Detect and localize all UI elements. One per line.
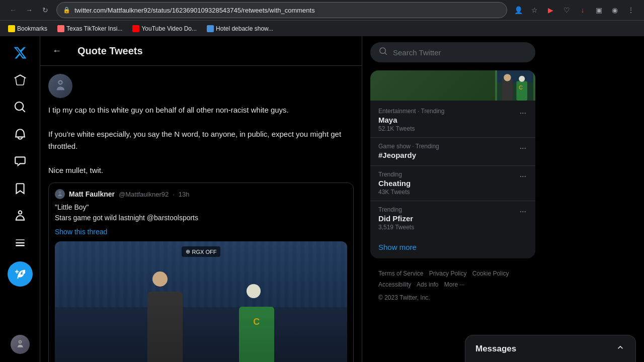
messages-bar[interactable]: Messages [465, 335, 636, 362]
sidebar-item-explore[interactable] [8, 95, 33, 120]
trending-more-button-1[interactable]: ··· [519, 143, 527, 154]
heart-browser-button[interactable]: ♡ [559, 3, 574, 17]
sidebar-item-messages[interactable] [8, 149, 33, 174]
quoted-timestamp: 13h [179, 191, 190, 198]
footer-ads-link[interactable]: Ads info [417, 281, 438, 288]
bookmark-bookmarks[interactable]: Bookmarks [4, 24, 51, 34]
footer-terms-link[interactable]: Terms of Service [378, 270, 423, 277]
sidebar [0, 36, 40, 362]
bookmark-tiktok-icon [57, 25, 64, 32]
page-title: Quote Tweets [77, 45, 143, 57]
avatar-image [48, 74, 72, 98]
svg-point-3 [504, 74, 511, 81]
bookmark-youtube-icon [132, 25, 139, 32]
footer-copyright: © 2023 Twitter, Inc. [370, 292, 535, 305]
tweet-author-row [48, 74, 354, 98]
figure-head-right [247, 284, 261, 298]
trending-item-2[interactable]: Trending Cheating 43K Tweets ··· [370, 166, 535, 201]
quoted-tweet-text: "Little Boy" Stars game got wild lastnig… [55, 202, 347, 223]
trending-count-2: 43K Tweets [378, 189, 519, 196]
quoted-tweet-avatar [55, 189, 65, 199]
video-overlay-icon: ⊕ RGX OFF [182, 246, 221, 257]
sidebar-item-bookmarks[interactable] [8, 176, 33, 201]
svg-text:C: C [519, 84, 523, 90]
sidebar-item-notifications[interactable] [8, 122, 33, 147]
sidebar-user-avatar[interactable] [11, 335, 30, 354]
sidebar-item-profile[interactable] [8, 203, 33, 228]
sidebar-compose-button[interactable] [8, 261, 33, 287]
bookmark-youtube[interactable]: YouTube Video Do... [128, 24, 201, 34]
forward-nav-button[interactable]: → [22, 3, 36, 17]
browser-chrome: ← → ↻ 🔒 twitter.com/Mattfaulkner92/statu… [0, 0, 644, 36]
svg-point-5 [519, 76, 525, 82]
trending-item-left-1: Game show · Trending #Jeopardy [378, 143, 519, 160]
quoted-author-handle: @Mattfaulkner92 [119, 191, 169, 198]
trending-topic-0: Maya [378, 116, 519, 124]
trending-topic-2: Cheating [378, 179, 519, 188]
download-icon-button[interactable]: ↓ [576, 3, 590, 17]
svg-rect-4 [516, 81, 527, 101]
trending-more-button-2[interactable]: ··· [519, 171, 527, 182]
search-input[interactable] [393, 48, 527, 57]
browser-toolbar: ← → ↻ 🔒 twitter.com/Mattfaulkner92/statu… [0, 0, 644, 20]
trending-topic-3: Did Pfizer [378, 214, 519, 223]
trending-item-3[interactable]: Trending Did Pfizer 3,519 Tweets ··· [370, 201, 535, 236]
messages-bar-title: Messages [475, 344, 516, 354]
trending-item-left-3: Trending Did Pfizer 3,519 Tweets [378, 206, 519, 231]
sidebar-item-more[interactable] [8, 230, 33, 255]
footer-accessibility-link[interactable]: Accessibility [378, 281, 411, 288]
show-thread-link[interactable]: Show this thread [55, 228, 107, 236]
jersey-c-letter: C [253, 317, 260, 327]
trending-item-left-2: Trending Cheating 43K Tweets [378, 171, 519, 196]
trending-category-3: Trending [378, 206, 519, 213]
trending-more-button-3[interactable]: ··· [519, 206, 527, 217]
address-bar[interactable]: 🔒 twitter.com/Mattfaulkner92/status/1623… [56, 2, 507, 18]
right-sidebar: C Entertainment · Trending Maya 52.1K Tw… [362, 36, 543, 362]
quoted-tweet[interactable]: Matt Faulkner @Mattfaulkner92 · 13h "Lit… [48, 183, 354, 362]
bookmark-bookmarks-icon [8, 25, 15, 32]
trending-item-0[interactable]: Entertainment · Trending Maya 52.1K Twee… [370, 103, 535, 138]
sidebar-twitter-logo[interactable] [8, 40, 33, 65]
menu-browser-button[interactable]: ⋮ [624, 3, 638, 17]
svg-rect-2 [502, 79, 513, 101]
tweet-author-avatar[interactable] [48, 74, 72, 98]
trending-count-3: 3,519 Tweets [378, 224, 519, 231]
bookmark-tiktok[interactable]: Texas TikToker Insi... [53, 24, 126, 34]
figure-right: C [239, 297, 274, 362]
trending-more-button-0[interactable]: ··· [519, 108, 527, 119]
back-nav-button[interactable]: ← [6, 3, 20, 17]
footer-more-link[interactable]: More ··· [444, 281, 465, 288]
show-more-trending-link[interactable]: Show more [370, 236, 535, 258]
sidebar-item-home[interactable] [8, 67, 33, 93]
bookmarks-bar: Bookmarks Texas TikToker Insi... YouTube… [0, 20, 644, 36]
user-profile-browser-button[interactable]: 👤 [511, 3, 525, 17]
tweet-text: I tip my cap to this white guy on behalf… [48, 104, 354, 176]
footer-privacy-link[interactable]: Privacy Policy [429, 270, 467, 277]
figure-body-dark [147, 292, 183, 362]
footer-cookie-link[interactable]: Cookie Policy [472, 270, 509, 277]
search-bar[interactable] [370, 42, 535, 62]
bookmark-hotel[interactable]: Hotel debacle show... [203, 24, 277, 34]
star-browser-button[interactable]: ☆ [527, 3, 541, 17]
youtube-icon-button[interactable]: ▶ [543, 3, 557, 17]
figure-jersey: C [239, 307, 274, 362]
lock-icon: 🔒 [63, 7, 70, 14]
back-button[interactable]: ← [48, 42, 65, 59]
address-bar-url: twitter.com/Mattfaulkner92/status/162369… [74, 7, 501, 14]
footer-links: Terms of Service Privacy Policy Cookie P… [370, 266, 535, 292]
video-container[interactable]: C ⊕ RGX OFF [55, 241, 347, 362]
account-browser-button[interactable]: ◉ [608, 3, 622, 17]
browser-actions: 👤 ☆ ▶ ♡ ↓ ▣ ◉ ⋮ [511, 3, 638, 17]
search-icon [379, 47, 388, 58]
trending-item-1[interactable]: Game show · Trending #Jeopardy ··· [370, 138, 535, 166]
page-header: ← Quote Tweets [40, 36, 362, 66]
extensions-browser-button[interactable]: ▣ [592, 3, 606, 17]
reload-nav-button[interactable]: ↻ [38, 3, 52, 17]
trending-card-top-image: C [370, 70, 535, 101]
video-placeholder: C ⊕ RGX OFF [55, 241, 347, 362]
tweet-content: I tip my cap to this white guy on behalf… [40, 66, 362, 362]
trending-card: C Entertainment · Trending Maya 52.1K Tw… [370, 70, 535, 258]
trending-category-0: Entertainment · Trending [378, 108, 519, 115]
overlay-text: RGX OFF [192, 249, 217, 255]
figure-left [142, 287, 188, 362]
